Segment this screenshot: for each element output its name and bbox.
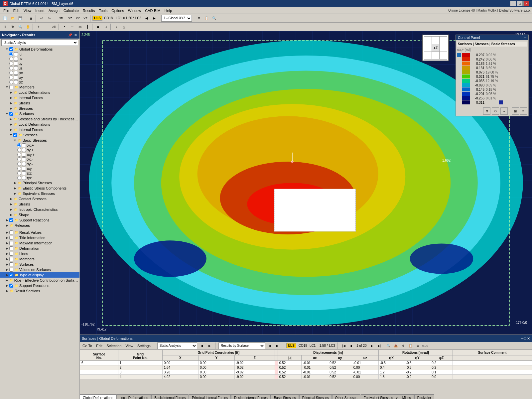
open-button[interactable]: 📂: [9, 15, 16, 22]
bp-prev-page[interactable]: ◀: [348, 343, 354, 349]
expand-global-deformations[interactable]: ▼: [5, 48, 9, 51]
expand-result-values[interactable]: ▶: [5, 231, 9, 234]
check-tauxy-minus[interactable]: [22, 167, 26, 171]
radio-sigmax-minus[interactable]: [17, 157, 21, 161]
radio-phiy[interactable]: [9, 75, 13, 79]
nav-item-members-display[interactable]: ▶ 📁 Members: [0, 256, 79, 262]
nav-item-elastic-stress[interactable]: ▶ 📁 Elastic Stress Components: [0, 186, 79, 191]
nav-item-local-def[interactable]: ▶ 📁 Local Deformations: [0, 90, 79, 95]
radio-uy[interactable]: [9, 62, 13, 66]
expand-surfaces[interactable]: ▼: [5, 112, 9, 115]
radio-tauyz[interactable]: [17, 176, 21, 180]
nav-item-principal-stresses[interactable]: ▶ 📁 Principal Stresses: [0, 180, 79, 186]
menu-window[interactable]: Window: [126, 8, 143, 13]
menu-edit[interactable]: Edit: [11, 8, 22, 13]
nav-item-title-info[interactable]: ▶ 📁 Title Information: [0, 235, 79, 240]
close-button[interactable]: ✕: [523, 1, 529, 6]
nav-item-ux[interactable]: ux: [0, 57, 79, 61]
nav-item-tauxy-plus[interactable]: τxy,+: [0, 152, 79, 157]
expand-support-2[interactable]: ▶: [5, 284, 9, 287]
expand-surfaces-display[interactable]: ▶: [5, 263, 9, 266]
radio-uz[interactable]: [9, 66, 13, 70]
menu-tools[interactable]: Tools: [97, 8, 109, 13]
expand-deformation[interactable]: ▶: [5, 247, 9, 250]
bottom-tab-6[interactable]: Principal Stresses: [299, 394, 332, 399]
nav-item-sigmax-minus[interactable]: σx,-: [0, 157, 79, 162]
extra-btn-1[interactable]: ⚙: [195, 15, 202, 22]
bp-result-select[interactable]: Results by Surface: [218, 342, 265, 349]
nav-pin-button[interactable]: 📌: [67, 33, 73, 37]
nav-item-sigmay-minus[interactable]: σy,-: [0, 162, 79, 166]
nav-item-contact-stresses[interactable]: ▶ 📁 Contact Stresses: [0, 196, 79, 201]
bp-max-button[interactable]: □: [524, 336, 526, 341]
view-xy[interactable]: XY: [74, 15, 81, 22]
check-surfaces-display[interactable]: [9, 262, 13, 266]
nav-header-controls[interactable]: 📌 ✕: [67, 33, 77, 37]
bp-analysis-select[interactable]: Static Analysis: [157, 342, 197, 349]
table-row[interactable]: 44.920.00-9.020.52-0.010.520.001.8-0.20.…: [80, 375, 532, 379]
bp-goto[interactable]: Go To: [81, 343, 93, 348]
check-sigmax-plus[interactable]: [22, 143, 26, 147]
bp-edit[interactable]: Edit: [95, 343, 104, 348]
check-sigmax-minus[interactable]: [22, 157, 26, 161]
bottom-tab-0[interactable]: Global Deformations: [80, 394, 116, 399]
cp-header-controls[interactable]: ─: [524, 36, 526, 40]
check-support-reactions[interactable]: [9, 218, 13, 222]
members-show[interactable]: ┃: [84, 23, 91, 31]
nav-item-surfaces[interactable]: ▼ 📁 Surfaces: [0, 111, 79, 116]
check-tauyz[interactable]: [22, 176, 26, 180]
menu-file[interactable]: File: [1, 8, 11, 13]
nav-item-uy[interactable]: uy: [0, 61, 79, 66]
radio-phix[interactable]: [9, 71, 13, 75]
view-xz[interactable]: XZ: [66, 15, 74, 22]
nav-analysis-select[interactable]: Static Analysis: [1, 39, 78, 46]
check-uy[interactable]: [14, 62, 18, 66]
bottom-tab-8[interactable]: Equivalent Stresses - von Mises: [361, 394, 414, 399]
extra-btn-2[interactable]: 📋: [203, 15, 210, 22]
nav-item-ribs[interactable]: ▶ 📁 Ribs - Effective Contribution on Sur…: [0, 278, 79, 283]
bp-view[interactable]: View: [124, 343, 135, 348]
zoom-all[interactable]: All: [50, 23, 58, 31]
check-support-2[interactable]: [9, 284, 13, 288]
save-button[interactable]: 💾: [17, 15, 24, 22]
nav-item-surfaces-display[interactable]: ▶ 📁 Surfaces: [0, 262, 79, 267]
table-row[interactable]: 33.280.00-9.020.52-0.010.52-0.011.2-0.20…: [80, 370, 532, 375]
nav-item-local-def-surf[interactable]: ▶ 📁 Local Deformations: [0, 122, 79, 127]
table-row[interactable]: 610.000.00-9.020.52-0.010.52-0.01-0.5-0.…: [80, 361, 532, 365]
bp-filter-btn[interactable]: 🔍: [385, 343, 392, 349]
check-sigmay-minus[interactable]: [22, 162, 26, 166]
nav-item-equiv-stresses[interactable]: ▶ 📁 Equivalent Stresses: [0, 191, 79, 196]
expand-local-def-surf[interactable]: ▶: [9, 123, 13, 126]
bp-copy-btn[interactable]: 📋: [407, 343, 414, 349]
new-button[interactable]: 📄: [1, 15, 9, 22]
nav-item-sigmax-plus[interactable]: σx,+: [0, 143, 79, 148]
lines-show[interactable]: ─: [68, 23, 76, 31]
bp-print-btn[interactable]: 🖨: [400, 343, 407, 349]
check-values-surfaces[interactable]: [9, 268, 13, 272]
table-row[interactable]: 21.640.00-9.020.52-0.010.520.000.4-0.30.…: [80, 365, 532, 370]
expand-int-forces-surf[interactable]: ▶: [9, 128, 13, 131]
nav-item-internal-forces-surf[interactable]: ▶ 📁 Internal Forces: [0, 127, 79, 132]
menu-insert[interactable]: Insert: [33, 8, 47, 13]
nav-item-stresses-members[interactable]: ▶ 📁 Stresses: [0, 106, 79, 111]
check-phiz[interactable]: [14, 80, 18, 84]
expand-maxmin[interactable]: ▶: [5, 241, 9, 245]
nodes-show[interactable]: •: [61, 23, 68, 31]
surfaces-show[interactable]: ▭: [76, 23, 83, 31]
check-members[interactable]: [9, 85, 13, 89]
bp-next-page[interactable]: ▶: [369, 343, 375, 349]
menu-cadbim[interactable]: CAD-BIM: [143, 8, 162, 13]
support-btn[interactable]: △: [120, 23, 128, 31]
check-phix[interactable]: [14, 71, 18, 75]
pan-button[interactable]: ✋: [24, 23, 32, 31]
radio-u-abs[interactable]: [9, 52, 13, 56]
rotate-button[interactable]: ↻: [9, 23, 16, 31]
nav-item-members[interactable]: ▼ 📁 Members: [0, 84, 79, 90]
radio-tauxy-minus[interactable]: [17, 167, 21, 171]
undo-button[interactable]: ↩: [38, 15, 45, 22]
radio-tauxy-plus[interactable]: [17, 153, 21, 157]
bp-result-prev[interactable]: ◀: [266, 343, 273, 349]
cp-min-button[interactable]: ─: [524, 36, 526, 40]
nav-item-tauxy-minus[interactable]: τxy,-: [0, 166, 79, 171]
expand-members-display[interactable]: ▶: [5, 257, 9, 261]
